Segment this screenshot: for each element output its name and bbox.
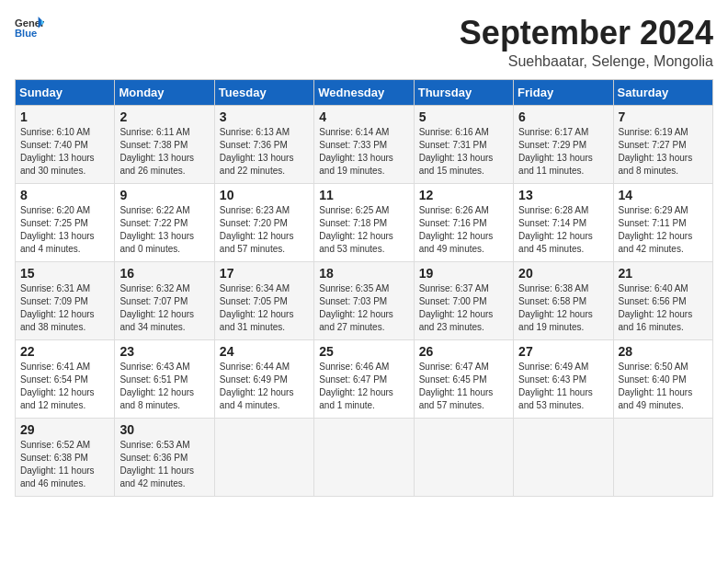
day-number: 11 [319, 188, 408, 202]
calendar-cell-4-3 [314, 418, 414, 496]
day-info: Sunrise: 6:19 AMSunset: 7:27 PMDaylight:… [619, 126, 708, 178]
calendar-week-4: 22 Sunrise: 6:41 AMSunset: 6:54 PMDaylig… [16, 339, 713, 418]
weekday-header-sunday: Sunday [16, 79, 115, 105]
day-number: 9 [119, 188, 209, 202]
day-number: 22 [20, 344, 109, 359]
calendar-cell-3-5: 27 Sunrise: 6:49 AMSunset: 6:43 PMDaylig… [514, 339, 613, 418]
day-info: Sunrise: 6:52 AMSunset: 6:38 PMDaylight:… [20, 439, 109, 490]
calendar-cell-4-5 [514, 418, 613, 496]
weekday-header-tuesday: Tuesday [214, 79, 313, 105]
day-info: Sunrise: 6:49 AMSunset: 6:43 PMDaylight:… [518, 361, 608, 412]
day-number: 8 [20, 188, 109, 202]
day-number: 12 [419, 188, 508, 202]
calendar-cell-2-0: 15 Sunrise: 6:31 AMSunset: 7:09 PMDaylig… [16, 261, 115, 339]
calendar-cell-3-2: 24 Sunrise: 6:44 AMSunset: 6:49 PMDaylig… [214, 339, 313, 418]
calendar-cell-0-4: 5 Sunrise: 6:16 AMSunset: 7:31 PMDayligh… [414, 105, 513, 183]
page-header: General Blue September 2024 Suehbaatar, … [15, 15, 713, 70]
day-number: 26 [419, 344, 508, 359]
calendar-cell-4-4 [414, 418, 513, 496]
day-info: Sunrise: 6:46 AMSunset: 6:47 PMDaylight:… [319, 361, 408, 412]
day-number: 27 [518, 344, 608, 359]
weekday-header-row: SundayMondayTuesdayWednesdayThursdayFrid… [16, 79, 713, 105]
calendar-week-5: 29 Sunrise: 6:52 AMSunset: 6:38 PMDaylig… [16, 418, 713, 496]
calendar-cell-1-0: 8 Sunrise: 6:20 AMSunset: 7:25 PMDayligh… [16, 183, 115, 261]
day-info: Sunrise: 6:50 AMSunset: 6:40 PMDaylight:… [619, 361, 708, 412]
calendar-cell-2-6: 21 Sunrise: 6:40 AMSunset: 6:56 PMDaylig… [613, 261, 712, 339]
calendar-cell-2-4: 19 Sunrise: 6:37 AMSunset: 7:00 PMDaylig… [414, 261, 513, 339]
day-info: Sunrise: 6:38 AMSunset: 6:58 PMDaylight:… [518, 282, 608, 334]
day-info: Sunrise: 6:14 AMSunset: 7:33 PMDaylight:… [319, 126, 408, 178]
calendar-cell-0-2: 3 Sunrise: 6:13 AMSunset: 7:36 PMDayligh… [214, 105, 313, 183]
calendar-cell-2-3: 18 Sunrise: 6:35 AMSunset: 7:03 PMDaylig… [314, 261, 414, 339]
day-info: Sunrise: 6:20 AMSunset: 7:25 PMDaylight:… [20, 204, 109, 256]
day-info: Sunrise: 6:40 AMSunset: 6:56 PMDaylight:… [619, 282, 708, 334]
calendar-table: SundayMondayTuesdayWednesdayThursdayFrid… [15, 79, 713, 497]
day-info: Sunrise: 6:32 AMSunset: 7:07 PMDaylight:… [119, 282, 209, 334]
day-info: Sunrise: 6:10 AMSunset: 7:40 PMDaylight:… [20, 126, 109, 178]
day-info: Sunrise: 6:34 AMSunset: 7:05 PMDaylight:… [220, 282, 309, 334]
day-info: Sunrise: 6:28 AMSunset: 7:14 PMDaylight:… [518, 204, 608, 256]
day-number: 3 [220, 109, 309, 124]
calendar-cell-1-4: 12 Sunrise: 6:26 AMSunset: 7:16 PMDaylig… [414, 183, 513, 261]
day-info: Sunrise: 6:44 AMSunset: 6:49 PMDaylight:… [220, 361, 309, 412]
day-info: Sunrise: 6:23 AMSunset: 7:20 PMDaylight:… [220, 204, 309, 256]
day-info: Sunrise: 6:11 AMSunset: 7:38 PMDaylight:… [119, 126, 209, 178]
day-number: 29 [20, 422, 109, 437]
day-info: Sunrise: 6:37 AMSunset: 7:00 PMDaylight:… [419, 282, 508, 334]
day-info: Sunrise: 6:16 AMSunset: 7:31 PMDaylight:… [419, 126, 508, 178]
calendar-cell-2-2: 17 Sunrise: 6:34 AMSunset: 7:05 PMDaylig… [214, 261, 313, 339]
day-number: 21 [619, 266, 708, 281]
day-number: 2 [119, 109, 209, 124]
day-number: 1 [20, 109, 109, 124]
day-number: 14 [619, 188, 708, 202]
calendar-cell-3-6: 28 Sunrise: 6:50 AMSunset: 6:40 PMDaylig… [613, 339, 712, 418]
calendar-cell-1-2: 10 Sunrise: 6:23 AMSunset: 7:20 PMDaylig… [214, 183, 313, 261]
calendar-week-1: 1 Sunrise: 6:10 AMSunset: 7:40 PMDayligh… [16, 105, 713, 183]
day-number: 19 [419, 266, 508, 281]
day-number: 5 [419, 109, 508, 124]
day-info: Sunrise: 6:17 AMSunset: 7:29 PMDaylight:… [518, 126, 608, 178]
calendar-cell-0-0: 1 Sunrise: 6:10 AMSunset: 7:40 PMDayligh… [16, 105, 115, 183]
logo-icon: General Blue [15, 15, 44, 40]
day-number: 30 [119, 422, 209, 437]
day-info: Sunrise: 6:29 AMSunset: 7:11 PMDaylight:… [619, 204, 708, 256]
calendar-cell-1-3: 11 Sunrise: 6:25 AMSunset: 7:18 PMDaylig… [314, 183, 414, 261]
day-info: Sunrise: 6:22 AMSunset: 7:22 PMDaylight:… [119, 204, 209, 256]
calendar-cell-1-1: 9 Sunrise: 6:22 AMSunset: 7:22 PMDayligh… [115, 183, 214, 261]
weekday-header-saturday: Saturday [613, 79, 712, 105]
day-number: 17 [220, 266, 309, 281]
title-block: September 2024 Suehbaatar, Selenge, Mong… [460, 15, 713, 70]
day-number: 6 [518, 109, 608, 124]
day-number: 23 [119, 344, 209, 359]
logo: General Blue [15, 15, 44, 40]
day-info: Sunrise: 6:13 AMSunset: 7:36 PMDaylight:… [220, 126, 309, 178]
calendar-cell-4-6 [613, 418, 712, 496]
calendar-cell-2-5: 20 Sunrise: 6:38 AMSunset: 6:58 PMDaylig… [514, 261, 613, 339]
day-number: 16 [119, 266, 209, 281]
calendar-cell-3-0: 22 Sunrise: 6:41 AMSunset: 6:54 PMDaylig… [16, 339, 115, 418]
calendar-cell-0-6: 7 Sunrise: 6:19 AMSunset: 7:27 PMDayligh… [613, 105, 712, 183]
weekday-header-thursday: Thursday [414, 79, 513, 105]
day-number: 25 [319, 344, 408, 359]
weekday-header-wednesday: Wednesday [314, 79, 414, 105]
day-info: Sunrise: 6:31 AMSunset: 7:09 PMDaylight:… [20, 282, 109, 334]
day-number: 20 [518, 266, 608, 281]
day-info: Sunrise: 6:47 AMSunset: 6:45 PMDaylight:… [419, 361, 508, 412]
day-number: 10 [220, 188, 309, 202]
day-number: 7 [619, 109, 708, 124]
day-number: 24 [220, 344, 309, 359]
location-title: Suehbaatar, Selenge, Mongolia [460, 53, 713, 70]
day-info: Sunrise: 6:25 AMSunset: 7:18 PMDaylight:… [319, 204, 408, 256]
month-title: September 2024 [460, 15, 713, 52]
day-number: 18 [319, 266, 408, 281]
calendar-cell-1-5: 13 Sunrise: 6:28 AMSunset: 7:14 PMDaylig… [514, 183, 613, 261]
calendar-week-2: 8 Sunrise: 6:20 AMSunset: 7:25 PMDayligh… [16, 183, 713, 261]
day-info: Sunrise: 6:43 AMSunset: 6:51 PMDaylight:… [119, 361, 209, 412]
svg-text:Blue: Blue [15, 28, 37, 39]
day-number: 15 [20, 266, 109, 281]
day-info: Sunrise: 6:26 AMSunset: 7:16 PMDaylight:… [419, 204, 508, 256]
calendar-cell-0-3: 4 Sunrise: 6:14 AMSunset: 7:33 PMDayligh… [314, 105, 414, 183]
calendar-week-3: 15 Sunrise: 6:31 AMSunset: 7:09 PMDaylig… [16, 261, 713, 339]
calendar-cell-0-5: 6 Sunrise: 6:17 AMSunset: 7:29 PMDayligh… [514, 105, 613, 183]
calendar-cell-4-0: 29 Sunrise: 6:52 AMSunset: 6:38 PMDaylig… [16, 418, 115, 496]
